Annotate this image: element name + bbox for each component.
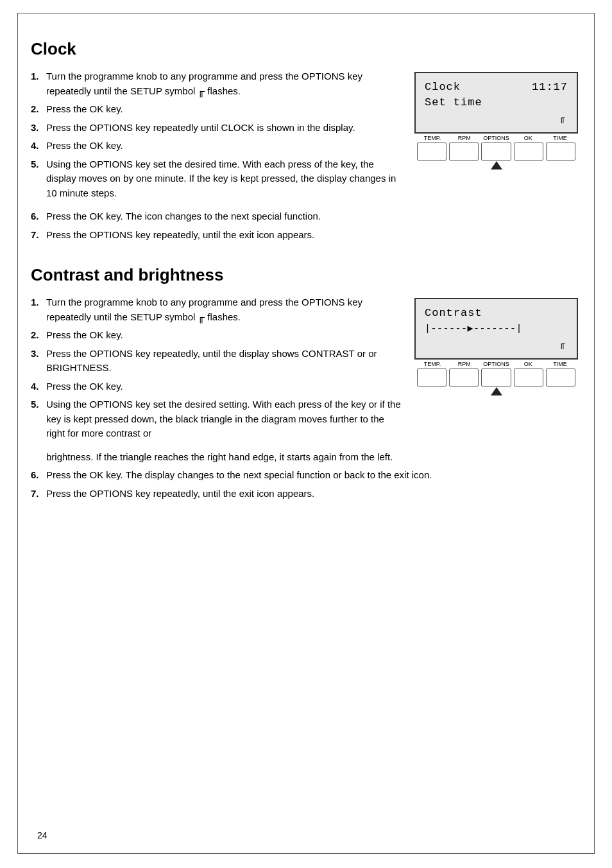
contrast-section: Contrast and brightness 1. Turn the prog… [31, 265, 581, 501]
step-num: 2. [31, 102, 42, 117]
btn-options[interactable] [481, 143, 511, 161]
clock-lcd-line1-left: Clock [425, 80, 461, 95]
btn-label-rpm: RPM [450, 135, 479, 141]
btn-label-ok: OK [514, 361, 542, 367]
contrast-step-6: 6. Press the OK key. The display changes… [31, 468, 581, 483]
step-text: Turn the programme knob to any programme… [46, 69, 402, 98]
step-text: Press the OPTIONS key repeatedly, until … [46, 228, 581, 243]
contrast-lcd-bar: |------▶-------| [425, 322, 522, 337]
contrast-buttons-row [414, 369, 578, 386]
clock-steps-after-list: 6. Press the OK key. The icon changes to… [31, 209, 581, 242]
btn-label-options: OPTIONS [482, 135, 511, 141]
clock-steps-left: 1. Turn the programme knob to any progra… [31, 69, 402, 204]
btn-time[interactable] [546, 369, 575, 386]
clock-step-7: 7. Press the OPTIONS key repeatedly, unt… [31, 228, 581, 243]
clock-lcd-line2: Set time [425, 95, 482, 110]
step-num: 5. [31, 157, 42, 201]
contrast-lcd: Contrast |------▶-------| ╓ [414, 298, 578, 360]
step-text: Press the OK key. [46, 328, 402, 343]
step-num: 3. [31, 121, 42, 135]
contrast-step-2: 2. Press the OK key. [31, 328, 402, 343]
clock-lcd: Clock 11:17 Set time ╓ [414, 72, 578, 134]
step-num: 3. [31, 347, 42, 376]
contrast-steps-left: 1. Turn the programme knob to any progra… [31, 295, 402, 445]
clock-section: Clock 1. Turn the programme knob to any … [31, 39, 581, 242]
step-num: 1. [31, 295, 42, 324]
step-text: Press the OK key. [46, 102, 402, 117]
clock-buttons-labels: TEMP. RPM OPTIONS OK TIME [414, 135, 578, 141]
btn-time[interactable] [546, 143, 575, 161]
step-num [31, 450, 42, 465]
contrast-step-3: 3. Press the OPTIONS key repeatedly, unt… [31, 347, 402, 376]
step-text: Press the OK key. The display changes to… [46, 468, 581, 483]
clock-options-arrow [491, 161, 502, 169]
clock-buttons-bar: TEMP. RPM OPTIONS OK TIME [414, 135, 578, 169]
clock-step-3: 3. Press the OPTIONS key repeatedly unti… [31, 121, 402, 135]
step-text: Press the OPTIONS key repeatedly until C… [46, 121, 402, 135]
step-text: Press the OK key. [46, 379, 402, 394]
contrast-buttons-labels: TEMP. RPM OPTIONS OK TIME [414, 361, 578, 367]
clock-step-4: 4. Press the OK key. [31, 139, 402, 153]
contrast-step-4: 4. Press the OK key. [31, 379, 402, 394]
clock-buttons-container [414, 143, 578, 169]
step-num: 4. [31, 139, 42, 153]
contrast-setup-icon: ╓ [560, 339, 565, 349]
btn-ok[interactable] [514, 369, 543, 386]
step-num: 6. [31, 209, 42, 224]
step-num: 1. [31, 69, 42, 98]
btn-label-temp: TEMP. [418, 361, 446, 367]
clock-diagram: Clock 11:17 Set time ╓ TEMP. RPM O [414, 72, 581, 169]
contrast-title: Contrast and brightness [31, 265, 581, 285]
step-text: Turn the programme knob to any programme… [46, 295, 402, 324]
contrast-buttons-bar: TEMP. RPM OPTIONS OK TIME [414, 361, 578, 395]
step-text: Press the OK key. The icon changes to th… [46, 209, 581, 224]
contrast-steps-after-list: brightness. If the triangle reaches the … [31, 450, 581, 501]
contrast-options-arrow [491, 387, 502, 395]
contrast-step-brightness: brightness. If the triangle reaches the … [31, 450, 581, 465]
btn-temp[interactable] [417, 143, 446, 161]
clock-lcd-row2: Set time [425, 95, 568, 110]
contrast-lcd-icon: ╓ [425, 339, 568, 349]
clock-step-5: 5. Using the OPTIONS key set the desired… [31, 157, 402, 201]
step-num: 7. [31, 228, 42, 243]
contrast-steps-bottom: brightness. If the triangle reaches the … [31, 450, 581, 501]
btn-rpm[interactable] [449, 143, 479, 161]
btn-label-options: OPTIONS [482, 361, 511, 367]
step-text: Press the OPTIONS key repeatedly, until … [46, 487, 581, 501]
clock-step-6: 6. Press the OK key. The icon changes to… [31, 209, 581, 224]
contrast-step-1: 1. Turn the programme knob to any progra… [31, 295, 402, 324]
clock-content-block: 1. Turn the programme knob to any progra… [31, 69, 581, 204]
clock-lcd-row1: Clock 11:17 [425, 80, 568, 95]
btn-label-time: TIME [546, 135, 574, 141]
clock-steps-bottom: 6. Press the OK key. The icon changes to… [31, 209, 581, 242]
contrast-step-7: 7. Press the OPTIONS key repeatedly, unt… [31, 487, 581, 501]
contrast-diagram: Contrast |------▶-------| ╓ TEMP. RPM OP… [414, 298, 581, 395]
step-text: brightness. If the triangle reaches the … [46, 450, 581, 465]
step-text: Using the OPTIONS key set the desired se… [46, 397, 402, 441]
btn-label-ok: OK [514, 135, 542, 141]
page-number: 24 [37, 830, 47, 840]
btn-ok[interactable] [514, 143, 543, 161]
clock-step-2: 2. Press the OK key. [31, 102, 402, 117]
btn-label-rpm: RPM [450, 361, 479, 367]
clock-steps-list: 1. Turn the programme knob to any progra… [31, 69, 402, 200]
step-num: 7. [31, 487, 42, 501]
btn-rpm[interactable] [449, 369, 479, 386]
contrast-lcd-row1: Contrast [425, 306, 568, 321]
step-text: Using the OPTIONS key set the desired ti… [46, 157, 402, 201]
contrast-lcd-row2: |------▶-------| [425, 321, 568, 337]
page: Clock 1. Turn the programme knob to any … [17, 13, 595, 854]
step-text: Press the OPTIONS key repeatedly, until … [46, 347, 402, 376]
contrast-arrow-row [414, 387, 578, 395]
step-num: 5. [31, 397, 42, 441]
contrast-content-block: 1. Turn the programme knob to any progra… [31, 295, 581, 445]
step-text: Press the OK key. [46, 139, 402, 153]
btn-options[interactable] [481, 369, 511, 386]
btn-label-time: TIME [546, 361, 574, 367]
btn-temp[interactable] [417, 369, 446, 386]
contrast-steps-list: 1. Turn the programme knob to any progra… [31, 295, 402, 441]
clock-buttons-row [414, 143, 578, 161]
step-num: 6. [31, 468, 42, 483]
btn-label-temp: TEMP. [418, 135, 446, 141]
contrast-buttons-container [414, 369, 578, 395]
